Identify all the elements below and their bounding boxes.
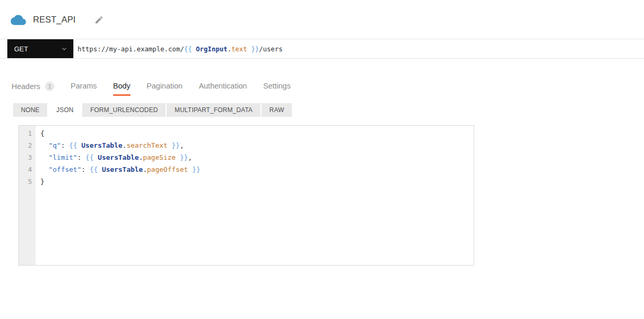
code-token: :	[61, 141, 69, 149]
tab-params[interactable]: Params	[71, 82, 97, 96]
code-token: .	[139, 153, 143, 161]
request-tabs: Headers1ParamsBodyPaginationAuthenticati…	[12, 82, 291, 97]
code-line: {	[40, 127, 474, 139]
tab-label: Body	[113, 82, 130, 90]
pencil-icon[interactable]	[94, 15, 104, 25]
code-token: }	[40, 178, 45, 185]
body-type-raw[interactable]: RAW	[261, 103, 292, 117]
code-token: OrgInput	[196, 45, 227, 53]
tab-label: Headers	[12, 82, 40, 91]
headers-count-badge: 1	[45, 82, 54, 91]
code-token: "limit"	[49, 153, 78, 161]
code-token: {{	[184, 45, 196, 53]
code-line: "offset": {{ UsersTable.pageOffset }}	[40, 163, 474, 175]
code-token: {{	[69, 141, 81, 149]
line-number: 4	[19, 163, 32, 175]
line-number: 1	[19, 127, 32, 139]
code-line: "limit": {{ UsersTable.pageSize }},	[40, 151, 474, 163]
editor-code[interactable]: { "q": {{ UsersTable.searchText }}, "lim…	[36, 126, 474, 265]
code-token: }}	[188, 166, 200, 173]
code-token	[40, 153, 49, 161]
line-number: 2	[19, 139, 32, 151]
body-type-tabs: NONEJSONFORM_URLENCODEDMULTIPART_FORM_DA…	[13, 103, 293, 117]
code-token: }}	[176, 153, 188, 161]
code-token: "offset"	[49, 166, 82, 173]
code-token: pageSize	[143, 153, 176, 161]
chevron-down-icon	[60, 45, 68, 53]
method-dropdown[interactable]: GET	[7, 39, 73, 58]
code-token: UsersTable	[81, 141, 122, 149]
method-label: GET	[14, 45, 28, 53]
code-line: "q": {{ UsersTable.searchText }},	[40, 139, 474, 151]
code-token: ,	[180, 141, 184, 149]
body-type-form-urlencoded[interactable]: FORM_URLENCODED	[82, 103, 166, 117]
code-token: ,	[188, 153, 192, 161]
tab-settings[interactable]: Settings	[263, 82, 290, 96]
code-token: https://my-api.example.com/	[78, 45, 184, 53]
code-token: :	[77, 153, 85, 161]
code-token: {	[40, 129, 45, 137]
body-type-none[interactable]: NONE	[13, 103, 47, 117]
tab-label: Params	[71, 82, 97, 90]
cloud-icon	[10, 14, 26, 26]
code-token: UsersTable	[102, 166, 143, 173]
code-token: :	[81, 166, 90, 173]
code-token: "q"	[49, 141, 61, 149]
body-type-multipart-form-data[interactable]: MULTIPART_FORM_DATA	[167, 103, 260, 117]
code-line: }	[40, 175, 474, 188]
code-token: UsersTable	[98, 153, 139, 161]
code-token: pageOffset	[147, 166, 188, 173]
tab-authentication[interactable]: Authentication	[199, 82, 247, 96]
api-header: REST_API	[10, 14, 104, 26]
line-number: 3	[19, 151, 32, 163]
code-token	[40, 141, 49, 149]
tab-label: Pagination	[147, 82, 183, 90]
code-token: searchText	[126, 141, 167, 149]
code-token: .	[143, 166, 147, 173]
code-editor[interactable]: 12345 { "q": {{ UsersTable.searchText }}…	[18, 125, 474, 266]
url-input[interactable]: https://my-api.example.com/{{ OrgInput.t…	[78, 39, 639, 58]
page-title: REST_API	[33, 15, 75, 25]
tab-label: Settings	[263, 82, 290, 90]
code-token	[40, 166, 49, 173]
request-bar: GET https://my-api.example.com/{{ OrgInp…	[0, 39, 644, 59]
code-token: }}	[168, 141, 180, 149]
tab-body[interactable]: Body	[113, 82, 130, 96]
tab-headers[interactable]: Headers1	[12, 82, 54, 97]
code-token: {{	[90, 166, 102, 173]
body-type-json[interactable]: JSON	[48, 103, 81, 117]
line-number: 5	[19, 175, 32, 188]
code-token: {{	[85, 153, 97, 161]
editor-gutter: 12345	[19, 126, 36, 265]
code-token: .	[227, 45, 232, 53]
tab-label: Authentication	[199, 82, 247, 90]
code-token: }}	[247, 45, 259, 53]
tab-pagination[interactable]: Pagination	[147, 82, 183, 96]
code-token: text	[232, 45, 247, 53]
code-token: /users	[259, 45, 282, 53]
